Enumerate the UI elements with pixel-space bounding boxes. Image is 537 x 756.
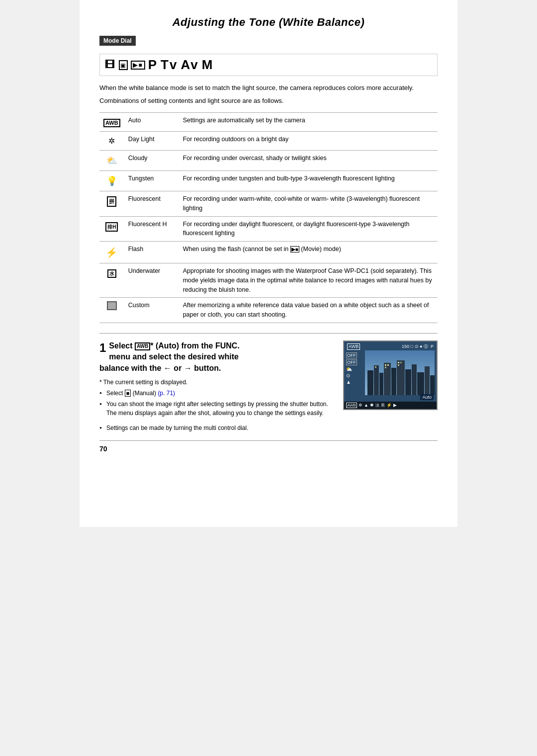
svg-rect-16 [400, 362, 402, 363]
svg-rect-13 [387, 364, 389, 366]
intro-text-1: When the white balance mode is set to ma… [99, 83, 438, 93]
table-row: ⚡ Flash When using the flash (cannot be … [99, 242, 438, 263]
wb-icon-cell: 排H [99, 216, 124, 242]
table-row: Custom After memorizing a white referenc… [99, 298, 438, 323]
cam-bot-awb: AWB [346, 403, 357, 408]
sun-icon: ✲ [108, 137, 115, 145]
wb-name-underwater: Underwater [124, 263, 179, 298]
wb-desc-fluor: For recording under warm-white, cool-whi… [179, 191, 438, 217]
awb-icon: AWB [103, 119, 120, 127]
rect-icon: ▣ [119, 60, 128, 70]
svg-rect-8 [412, 364, 417, 395]
movie-icon: ▶■ [131, 61, 145, 70]
svg-rect-9 [417, 372, 424, 395]
wb-name-auto: Auto [124, 113, 179, 132]
cam-icon-off1: OFF [346, 352, 357, 358]
step-number: 1 [99, 339, 106, 356]
page-title: Adjusting the Tone (White Balance) [99, 16, 438, 29]
manual-icon: ■ [125, 390, 131, 397]
svg-rect-15 [398, 362, 399, 363]
p-mode: P [148, 57, 158, 73]
wb-name-tungsten: Tungsten [124, 171, 179, 191]
wb-name-fluor-h: Fluorescent H [124, 216, 179, 242]
table-row: 水 Underwater Appropriate for shooting im… [99, 263, 438, 298]
table-row: 💡 Tungsten For recording under tungsten … [99, 171, 438, 191]
svg-rect-11 [430, 375, 435, 395]
cam-side-icons: OFF OFF ⛅ ⊙ ▲ [346, 352, 357, 385]
table-row: ⛅ Cloudy For recording under overcast, s… [99, 151, 438, 171]
wb-icon-cell: 水 [99, 263, 124, 298]
flash-icon: ⚡ [105, 247, 118, 258]
cam-bottom-bar: AWB ✲ ▲ ✱ 淡 黑 ⚡ ▶ [344, 402, 437, 409]
svg-rect-1 [367, 370, 373, 395]
camera-screen: AWB 150 □ ⊙ ● ⓪ P OFF OFF ⛅ ⊙ ▲ [343, 340, 438, 410]
svg-rect-10 [425, 366, 430, 395]
cam-top-right: 150 □ ⊙ ● ⓪ P [402, 343, 434, 350]
wb-desc-custom: After memorizing a white reference data … [179, 298, 438, 323]
cam-bot-icon1: ✲ [358, 403, 362, 408]
bottom-rule [99, 440, 438, 441]
svg-rect-12 [385, 364, 386, 366]
auto-label: Auto [420, 394, 434, 400]
wb-icon-cell: 拼 [99, 191, 124, 217]
scene-icon: 🎞 [105, 59, 116, 71]
custom-icon [107, 301, 117, 310]
cam-icon-cloud: ⛅ [346, 366, 357, 372]
mode-dial-wrapper: Mode Dial [99, 36, 438, 50]
cam-bot-icon6: ⚡ [386, 403, 392, 408]
svg-rect-14 [385, 367, 386, 368]
wb-name-fluor: Fluorescent [124, 191, 179, 217]
wb-name-custom: Custom [124, 298, 179, 323]
av-mode: Av [180, 57, 198, 73]
step-left: 1 Select AWB* (Auto) from the FUNC. menu… [99, 340, 336, 420]
cam-bot-icon7: ▶ [393, 403, 397, 408]
cityscape-svg [365, 350, 435, 395]
tv-mode: Tv [161, 57, 178, 73]
wb-desc-auto: Settings are automatically set by the ca… [179, 113, 438, 132]
wb-icon-cell: ✲ [99, 132, 124, 151]
svg-rect-3 [379, 373, 383, 395]
step-title: 1 Select AWB* (Auto) from the FUNC. menu… [99, 340, 336, 374]
step-row: 1 Select AWB* (Auto) from the FUNC. menu… [99, 340, 438, 420]
cam-top-left: AWB [347, 343, 360, 350]
bullet-manual: Select ■ (Manual) (p. 71) [99, 389, 336, 398]
table-row: ✲ Day Light For recording outdoors on a … [99, 132, 438, 151]
cam-icon-triangle: ▲ [346, 379, 357, 385]
svg-rect-18 [375, 366, 376, 368]
tungsten-icon: 💡 [106, 176, 117, 186]
wb-icon-cell: ⛅ [99, 151, 124, 171]
wb-desc-daylight: For recording outdoors on a bright day [179, 132, 438, 151]
wb-icon-cell: AWB [99, 113, 124, 132]
wb-name-flash: Flash [124, 242, 179, 263]
bullet-shoot: You can shoot the image right after sele… [99, 400, 336, 418]
wb-name-daylight: Day Light [124, 132, 179, 151]
wb-table: AWB Auto Settings are automatically set … [99, 112, 438, 323]
fluor-icon: 拼 [107, 196, 116, 207]
intro-text-2: Combinations of setting contents and lig… [99, 96, 438, 106]
wb-desc-cloudy: For recording under overcast, shady or t… [179, 151, 438, 171]
step-right: AWB 150 □ ⊙ ● ⓪ P OFF OFF ⛅ ⊙ ▲ [343, 340, 438, 410]
cam-bot-icon3: ✱ [370, 403, 374, 408]
cam-icon-off2: OFF [346, 359, 357, 365]
svg-rect-5 [391, 368, 396, 395]
step-awb-icon: AWB [135, 342, 150, 350]
manual-link[interactable]: (p. 71) [158, 390, 175, 397]
cam-bot-icon2: ▲ [364, 403, 368, 408]
cloud-icon: ⛅ [106, 156, 117, 166]
m-mode: M [202, 57, 214, 73]
underwater-icon: 水 [107, 269, 116, 278]
wb-desc-fluor-h: For recording under daylight fluorescent… [179, 216, 438, 242]
fluor-h-icon: 排H [105, 222, 118, 232]
mode-icons-row: 🎞 ▣ ▶■ P Tv Av M [99, 54, 438, 76]
page-container: Adjusting the Tone (White Balance) Mode … [80, 0, 457, 527]
wb-icon-cell: 💡 [99, 171, 124, 191]
table-row: 排H Fluorescent H For recording under day… [99, 216, 438, 242]
page-number: 70 [99, 445, 438, 453]
wb-desc-underwater: Appropriate for shooting images with the… [179, 263, 438, 298]
svg-rect-7 [405, 369, 411, 395]
wb-icon-cell: ⚡ [99, 242, 124, 263]
table-row: 拼 Fluorescent For recording under warm-w… [99, 191, 438, 217]
mode-dial-label: Mode Dial [99, 36, 136, 46]
wb-desc-flash: When using the flash (cannot be set in ▶… [179, 242, 438, 263]
wb-desc-tungsten: For recording under tungsten and bulb-ty… [179, 171, 438, 191]
